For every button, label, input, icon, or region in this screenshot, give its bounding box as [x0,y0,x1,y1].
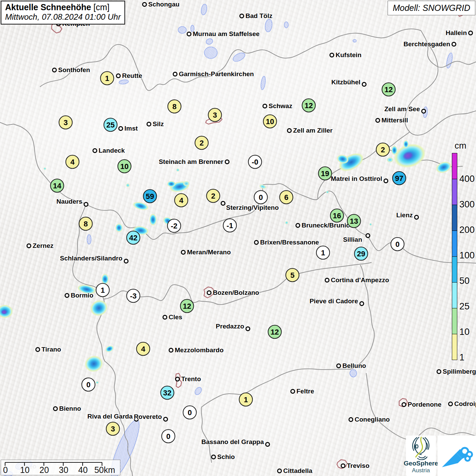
city-label: Mezzolombardo [175,346,224,354]
city-dot-icon [325,278,329,283]
legend-tick-label: 400 [459,174,475,184]
city-label: Sonthofen [58,66,90,74]
city-dot-icon [187,32,191,36]
city-dot-icon [53,406,58,411]
city-dot-icon [421,109,426,114]
station-value-marker: 42 [126,231,140,245]
city-label: Codroipo [454,400,476,408]
city-dot-icon [295,223,300,228]
city-dot-icon [254,240,259,245]
city-dot-icon [348,417,353,422]
city-dot-icon [414,215,419,220]
station-value-marker: 10 [263,115,277,129]
city-dot-icon [207,290,211,295]
legend-unit-label: cm [455,140,466,151]
station-value-marker: 59 [143,189,157,203]
city-dot-icon [336,363,341,368]
legend-class-swatch [452,334,457,360]
legend-tick-label: 25 [459,301,470,312]
station-value-marker: 10 [118,159,132,173]
model-label: Modell: SNOWGRID [388,1,475,15]
city-label: Berchtesgaden [404,40,450,48]
city-dot-icon [27,243,31,248]
city-label: Bassano del Grappa [201,438,264,446]
station-value-marker: 19 [318,167,332,181]
legend-class-swatch [452,283,457,308]
legend-class-swatch [452,153,457,179]
scale-bar-label: 40 [78,465,88,475]
legend-class-swatch [452,205,457,231]
city-dot-icon [147,122,151,126]
mountain-cloud-icon [438,436,476,476]
station-value-marker: 12 [302,99,316,113]
city-label: Lienz [396,211,413,219]
city-dot-icon [221,201,225,206]
legend-tick-label: 200 [459,225,475,235]
city-dot-icon [142,2,147,7]
station-value-marker: 3 [59,116,73,130]
station-value-marker: 12 [382,83,396,97]
city-label: Zell am See [384,105,420,113]
city-dot-icon [239,14,244,18]
map-scale-bar: 01020304050km [1,460,120,475]
scale-bar-label: 30 [59,465,68,475]
station-value-marker: 2 [195,136,209,150]
city-dot-icon [92,148,97,153]
city-dot-icon [402,402,406,407]
city-label: Schlanders/Silandro [60,255,122,262]
station-value-marker: 12 [268,325,282,339]
title-timestamp: Mittwoch, 07.08.2024 01:00 Uhr [5,12,121,22]
legend-tick-label: 10 [459,327,470,337]
city-dot-icon [362,82,367,87]
city-label: Kitzbühel [332,79,361,86]
city-dot-icon [175,377,180,381]
station-value-marker: 97 [392,171,406,185]
city-label: Reutte [122,72,142,80]
city-dot-icon [448,402,453,406]
station-value-marker: 5 [286,268,300,282]
city-dot-icon [265,442,270,447]
scale-bar-label: 20 [39,465,49,475]
scale-bar-label: 10 [20,465,30,475]
city-label: Treviso [347,462,370,470]
legend-tick-label: 100 [459,250,475,261]
station-value-marker: 6 [279,190,293,204]
city-dot-icon [437,369,441,374]
station-value-marker: -0 [248,155,262,169]
city-label: Kufstein [336,51,361,59]
city-dot-icon [84,202,88,207]
geosphere-country: Austria [412,467,430,474]
station-value-marker: 0 [391,237,405,251]
city-dot-icon [375,118,380,123]
city-label: Belluno [342,362,366,370]
city-dot-icon [452,42,456,47]
city-label: Conegliano [355,416,390,423]
city-label: Bad Tölz [245,12,272,20]
station-value-marker: 12 [180,299,194,313]
city-dot-icon [245,326,250,331]
city-dot-icon [169,348,173,353]
city-label: Matrei in Osttirol [331,175,382,183]
geosphere-logo: GeoSphere Austria [406,436,436,476]
city-dot-icon [52,68,57,72]
station-value-marker: 1 [316,246,330,260]
city-dot-icon [118,126,123,131]
city-label: Pordenone [408,401,441,408]
city-label: Sillian [343,236,362,243]
title-box: Aktuelle Schneehöhe [cm] Mittwoch, 07.08… [1,1,125,24]
city-label: Meran/Merano [187,249,231,256]
station-value-marker: 4 [174,193,188,207]
station-value-marker: 0 [82,378,96,392]
station-value-marker: 1 [96,283,110,297]
city-dot-icon [290,389,295,394]
city-label: Schwaz [269,102,292,110]
city-dot-icon [384,178,388,183]
station-value-marker: 14 [50,179,64,193]
title-text: Aktuelle Schneehöhe [5,2,91,12]
station-value-marker: 3 [208,108,222,122]
legend-tick-label: 300 [459,199,475,210]
station-value-marker: 25 [104,118,118,132]
legend-class-swatch [452,231,457,257]
station-value-marker: 0 [254,190,268,204]
station-value-marker: 0 [183,406,197,420]
